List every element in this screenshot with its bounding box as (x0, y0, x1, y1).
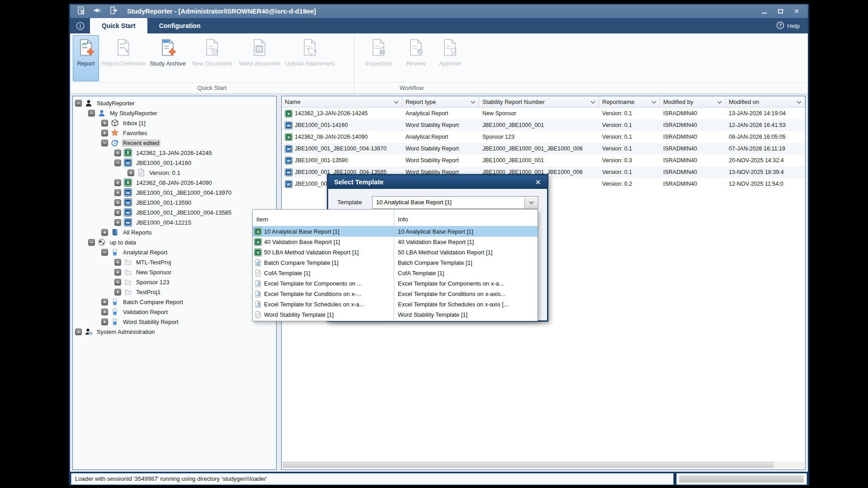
table-row-142362-08-jan-2026-14090[interactable]: X142362_08-JAN-2026-14090Analytical Repo… (282, 131, 805, 143)
info-icon[interactable] (70, 18, 90, 33)
tree-item-jbe1000-001-14160[interactable]: −WJBE1000_001-14160 (73, 158, 276, 168)
tree-item-label[interactable]: Inbox [1] (122, 119, 147, 127)
tree-item-label[interactable]: StudyReporter (95, 99, 136, 107)
tree-item-new-sponsor[interactable]: +New Sponsor (73, 267, 276, 277)
tree-item-my-studyreporter[interactable]: −My StudyReporter (73, 108, 276, 118)
tree-item-label[interactable]: Sponsor 123 (135, 278, 171, 286)
expand-icon[interactable]: + (101, 120, 108, 127)
chevron-down-icon[interactable] (471, 99, 476, 105)
expand-icon[interactable]: + (114, 219, 121, 226)
option-item-cell[interactable]: Batch Compare Template [1] (253, 259, 394, 267)
template-option-batch-compare-template-1[interactable]: Batch Compare Template [1]Batch Compare … (253, 258, 538, 268)
tree-item-142362-13-jan-2026-14245[interactable]: +X142362_13-JAN-2026-14245 (73, 148, 276, 158)
study-archive-button[interactable]: Study Archive (148, 35, 188, 81)
tree-item-word-stability-report[interactable]: +Word Stability Report (73, 317, 276, 327)
dialog-title-bar[interactable]: Select Template ✕ (328, 175, 547, 189)
tree-item-jbe1000-001-13590[interactable]: +WJBE1000_001-13590 (73, 197, 276, 207)
combobox-dropdown-button[interactable] (524, 197, 538, 208)
expand-icon[interactable]: + (114, 279, 121, 286)
column-header-report-type[interactable]: Report type (402, 96, 479, 107)
tree-item-batch-compare-report[interactable]: +Batch Compare Report (73, 297, 276, 307)
tab-quick-start[interactable]: Quick Start (90, 18, 147, 33)
tree-item-label[interactable]: System Administration (95, 328, 156, 336)
expand-icon[interactable]: + (114, 189, 121, 196)
expand-icon[interactable]: + (114, 150, 121, 156)
expand-icon[interactable]: + (127, 169, 134, 176)
option-item-cell[interactable]: Excel Template for Conditions on x-... (253, 290, 394, 298)
option-item-cell[interactable]: Excel Template for Components on ... (253, 280, 394, 287)
tree-item-142362-08-jan-2026-14090[interactable]: +X142362_08-JAN-2026-14090 (73, 178, 276, 188)
tree-item-analytical-report[interactable]: −Analytical Report (73, 247, 276, 257)
tree-item-label[interactable]: Favorites (122, 129, 148, 137)
expand-icon[interactable]: + (114, 209, 121, 216)
tree-item-label[interactable]: Analytical Report (122, 249, 169, 256)
chevron-down-icon[interactable] (797, 99, 802, 105)
template-option-40-validation-base-report-1[interactable]: X40 Validation Base Report [1]40 Validat… (253, 237, 538, 247)
table-row-jbe1000-001-13590[interactable]: WJBE1000_001-13590Word Stability ReportJ… (282, 155, 805, 166)
tree-item-label[interactable]: JBE1000_001_JBE1000_004-13585 (135, 209, 233, 216)
option-item-cell[interactable]: CofA Template [1] (253, 269, 394, 277)
column-header-name[interactable]: Name (282, 96, 402, 107)
tree-item-label[interactable]: JBE1000_001_JBE1000_004-13970 (135, 189, 233, 197)
tree-item-label[interactable]: 142362_13-JAN-2026-14245 (135, 149, 213, 157)
column-header-reportname[interactable]: Reportname (599, 96, 660, 107)
chevron-down-icon[interactable] (394, 99, 399, 105)
template-option-excel-template-for-schedules-on-x-a[interactable]: Excel Template for Schedules on x-a...Ex… (253, 299, 538, 310)
option-item-cell[interactable]: X40 Validation Base Report [1] (253, 238, 394, 246)
expand-icon[interactable]: + (75, 328, 82, 335)
tree-item-label[interactable]: TestProj1 (135, 288, 162, 296)
collapse-icon[interactable]: − (88, 110, 95, 117)
tree-item-label[interactable]: JBE1000_001-14160 (135, 159, 193, 167)
tree-item-label[interactable]: My StudyReporter (108, 109, 159, 117)
table-row-jbe1000-001-14160[interactable]: WJBE1000_001-14160Word Stability ReportJ… (282, 119, 805, 131)
expand-icon[interactable]: + (101, 309, 108, 315)
tree-item-favorites[interactable]: +Favorites (73, 128, 276, 138)
tree-item-studyreporter[interactable]: −StudyReporter (73, 98, 276, 108)
template-option-50-lba-method-validation-report-1[interactable]: X50 LBA Method Validation Report [1]50 L… (253, 247, 538, 258)
tree-item-mtl-testproj[interactable]: +MTL-TestProj (73, 257, 276, 267)
help-button[interactable]: ? Help (776, 18, 808, 33)
expand-icon[interactable]: + (101, 319, 108, 325)
table-row-jbe1000-001-jbe1000-004-13970[interactable]: WJBE1000_001_JBE1000_004-13970Word Stabi… (282, 143, 805, 155)
collapse-icon[interactable]: − (88, 239, 95, 246)
option-item-cell[interactable]: Excel Template for Schedules on x-a... (253, 300, 394, 308)
expand-icon[interactable]: + (114, 259, 121, 266)
tree-item-label[interactable]: Validation Report (122, 308, 169, 316)
tree-item-label[interactable]: JBE1000_004-12215 (135, 219, 193, 226)
tree-item-label[interactable]: Word Stability Report (122, 318, 180, 326)
table-row-142362-13-jan-2026-14245[interactable]: X142362_13-JAN-2026-14245Analytical Repo… (282, 108, 805, 119)
template-combobox[interactable]: 10 Analytical Base Report [1] (372, 196, 538, 209)
chevron-down-icon[interactable] (717, 99, 722, 105)
tree-item-sponsor-123[interactable]: +Sponsor 123 (73, 277, 276, 287)
collapse-icon[interactable]: − (101, 140, 108, 146)
template-option-cofa-template-1[interactable]: CofA Template [1]CofA Template [1] (253, 268, 538, 278)
column-header-modified-by[interactable]: Modified by (660, 96, 726, 107)
tree-item-all-reports[interactable]: +All Reports (73, 227, 276, 237)
chevron-down-icon[interactable] (590, 99, 595, 105)
collapse-icon[interactable]: − (114, 160, 121, 166)
tree-item-inbox-1[interactable]: +Inbox [1] (73, 118, 276, 128)
maximize-button[interactable] (774, 6, 787, 17)
template-option-10-analytical-base-report-1[interactable]: X10 Analytical Base Report [1]10 Analyti… (253, 226, 538, 237)
minimize-button[interactable] (757, 6, 771, 17)
expand-icon[interactable]: + (114, 269, 121, 276)
expand-icon[interactable]: + (101, 299, 108, 305)
tree-item-jbe1000-004-12215[interactable]: +WJBE1000_004-12215 (73, 217, 276, 227)
tree-item-label[interactable]: 142362_08-JAN-2026-14090 (135, 179, 213, 187)
tree-item-label[interactable]: MTL-TestProj (135, 258, 172, 266)
tree-item-jbe1000-001-jbe1000-004-13970[interactable]: +WJBE1000_001_JBE1000_004-13970 (73, 188, 276, 197)
tree-item-label[interactable]: up to data (108, 239, 137, 246)
tree-item-validation-report[interactable]: +Validation Report (73, 307, 276, 317)
tree-item-label[interactable]: New Sponsor (135, 268, 173, 276)
collapse-icon[interactable]: − (75, 100, 82, 107)
column-header-modified-on[interactable]: Modified on (726, 96, 805, 107)
scrollbar-thumb[interactable] (283, 462, 774, 468)
expand-icon[interactable]: + (114, 199, 121, 206)
tree-item-version-0-1[interactable]: +Version: 0.1 (73, 168, 276, 178)
chevron-down-icon[interactable] (651, 99, 656, 105)
expand-icon[interactable]: + (101, 130, 108, 136)
option-item-cell[interactable]: X50 LBA Method Validation Report [1] (253, 249, 394, 256)
tab-configuration[interactable]: Configuration (147, 18, 212, 33)
template-option-excel-template-for-conditions-on-x[interactable]: Excel Template for Conditions on x-...Ex… (253, 289, 538, 299)
template-option-word-stability-template-1[interactable]: Word Stability Template [1]Word Stabilit… (253, 310, 538, 320)
